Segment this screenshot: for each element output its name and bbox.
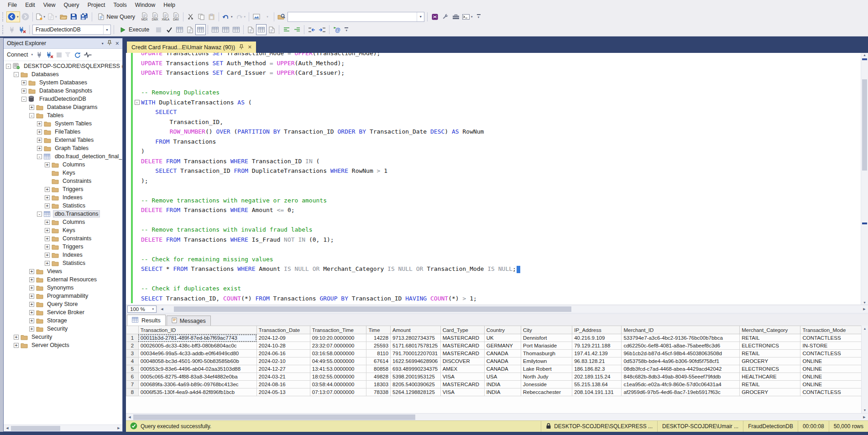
tree-item-query-store[interactable]: +Query Store xyxy=(4,300,122,308)
editor-hscrollbar[interactable]: ◀ ▶ xyxy=(158,306,868,313)
grid-cell[interactable]: Jonesside xyxy=(521,381,572,388)
row-header[interactable]: 3 xyxy=(126,350,139,357)
new-xmla-query-button[interactable]: XMLA xyxy=(160,11,171,22)
expand-icon[interactable]: + xyxy=(45,203,50,208)
grid-cell[interactable]: 2024-12-27 xyxy=(256,365,310,373)
grid-cell[interactable]: 03:16:58.0000000 xyxy=(310,350,366,357)
save-all-button[interactable] xyxy=(79,11,90,22)
live-stats-button[interactable] xyxy=(220,24,231,35)
grid-cell[interactable]: MASTERCARD xyxy=(440,342,484,350)
grid-cell[interactable]: GROCERY xyxy=(740,357,800,365)
row-header[interactable]: 1 xyxy=(126,334,139,342)
tree-item-indexes[interactable]: +Indexes xyxy=(4,193,122,202)
row-header[interactable]: 6 xyxy=(126,373,139,381)
new-dmx-query-button[interactable]: DMX xyxy=(150,11,160,22)
close-icon[interactable]: × xyxy=(115,41,119,46)
grid-cell[interactable]: 9713.2802734375 xyxy=(391,334,441,342)
tree-item-filetables[interactable]: +FileTables xyxy=(4,128,122,136)
grid-cell[interactable]: 5398.2001953125 xyxy=(391,373,441,381)
grid-cell[interactable]: 79.129.211.188 xyxy=(572,342,622,350)
tree-item-desktop-scojdre-sqlexpress-sq[interactable]: -DESKTOP-SCOJDRE\SQLEXPRESS (SQ xyxy=(4,62,122,70)
results-to-text-button[interactable] xyxy=(246,24,256,35)
estimated-plan-button[interactable] xyxy=(174,24,185,35)
collapse-region-icon[interactable]: - xyxy=(135,100,140,105)
expand-icon[interactable]: + xyxy=(45,253,50,258)
undo-button[interactable]: ▾ xyxy=(221,11,234,22)
grid-cell[interactable]: ONLINE xyxy=(800,373,868,381)
tree-item-constraints[interactable]: Constraints xyxy=(4,177,122,185)
grid-cell[interactable]: VISA xyxy=(440,388,484,396)
expand-icon[interactable]: + xyxy=(45,187,50,192)
client-stats-button[interactable] xyxy=(231,24,241,35)
expand-icon[interactable]: + xyxy=(29,310,34,315)
expand-icon[interactable]: + xyxy=(45,236,50,241)
expand-icon[interactable]: + xyxy=(45,195,50,200)
expand-icon[interactable]: + xyxy=(29,285,34,290)
tree-item-server-objects[interactable]: +Server Objects xyxy=(4,341,122,349)
column-header-city[interactable]: City xyxy=(521,326,572,334)
code-line[interactable]: ROW_NUMBER() OVER (PARTITION BY Transact… xyxy=(126,127,861,137)
expand-icon[interactable]: + xyxy=(21,88,26,93)
expand-icon[interactable]: + xyxy=(45,228,50,233)
grid-cell[interactable]: 202.189.115.24 xyxy=(572,373,622,381)
cut-button[interactable] xyxy=(185,11,196,22)
grid-cell[interactable]: 00048058-bc3d-4501-90f0-50b83585b60b xyxy=(138,357,256,365)
grid-cell[interactable]: INDIA xyxy=(484,388,521,396)
tree-item-tables[interactable]: -Tables xyxy=(4,111,122,119)
tree-item-statistics[interactable]: +Statistics xyxy=(4,202,122,210)
grid-cell[interactable]: 0005c065-8275-4f88-83a8-34ef4882e0ba xyxy=(138,373,256,381)
results-to-file-button[interactable] xyxy=(267,24,277,35)
code-line[interactable]: -- Removing Duplicates xyxy=(126,88,861,98)
command-window-button[interactable]: ▾ xyxy=(461,11,474,22)
grid-cell[interactable]: 5264.1298828125 xyxy=(391,388,441,396)
grid-cell[interactable]: 18303 xyxy=(366,381,391,388)
outline-lines2-button[interactable] xyxy=(292,24,302,35)
disconnect-icon[interactable] xyxy=(36,52,42,58)
tree-item-columns[interactable]: +Columns xyxy=(4,161,122,169)
column-header-amount[interactable]: Amount xyxy=(391,326,441,334)
back-button[interactable]: ▾ xyxy=(6,11,20,22)
expand-icon[interactable]: + xyxy=(37,129,42,135)
grid-cell[interactable]: 2024-10-28 xyxy=(256,342,310,350)
code-line[interactable]: ) xyxy=(126,146,861,156)
column-header-ip_address[interactable]: IP_Address xyxy=(572,326,622,334)
code-line[interactable]: -- Remove transactions with negative or … xyxy=(126,196,861,206)
copy-button[interactable] xyxy=(196,11,206,22)
connect-button[interactable]: Connect▾ xyxy=(7,52,33,58)
grid-cell[interactable]: ELECTRONICS xyxy=(740,365,800,373)
code-line[interactable]: -- Check if duplicates exist xyxy=(126,284,861,294)
grid-cell[interactable]: AMEX xyxy=(440,365,484,373)
tree-item-triggers[interactable]: +Triggers xyxy=(4,243,122,251)
menu-item-query[interactable]: Query xyxy=(60,1,84,9)
grid-cell[interactable]: 14228 xyxy=(366,334,391,342)
tree-item-databases[interactable]: -Databases xyxy=(4,70,122,78)
tree-item-programmability[interactable]: +Programmability xyxy=(4,292,122,300)
row-header[interactable]: 5 xyxy=(126,365,139,373)
tree-item-security[interactable]: +Security xyxy=(4,333,122,341)
grid-cell[interactable]: 186.186.82.3 xyxy=(572,365,622,373)
grid-cell[interactable]: Rebeccachester xyxy=(521,388,572,396)
menu-item-tools[interactable]: Tools xyxy=(110,1,131,9)
grid-cell[interactable]: VISA xyxy=(440,373,484,381)
grid-cell[interactable]: 49828 xyxy=(366,373,391,381)
grid-cell[interactable]: CONTACTLESS xyxy=(800,388,868,396)
image-tool-button[interactable] xyxy=(251,11,261,22)
menu-item-window[interactable]: Window xyxy=(131,1,159,9)
grid-cell[interactable]: cd62250c-6ef8-4081-a8ae-75abeef8c3d6 xyxy=(622,342,740,350)
grid-cell[interactable]: 2024-08-16 xyxy=(256,381,310,388)
grid-cell[interactable]: c1ea95dc-e02a-4fc9-860e-57d0c06431a4 xyxy=(622,381,740,388)
query-options-button[interactable] xyxy=(185,24,195,35)
collapse-icon[interactable]: - xyxy=(29,113,34,118)
grid-cell[interactable]: ONLINE xyxy=(800,365,868,373)
code-line[interactable]: SELECT Transaction_ID, COUNT(*) FROM Tra… xyxy=(126,294,861,304)
grid-cell[interactable]: CANADA xyxy=(484,357,521,365)
tree-item-dbo-transactions[interactable]: -dbo.Transactions xyxy=(4,210,122,218)
tree-item-indexes[interactable]: +Indexes xyxy=(4,251,122,259)
object-explorer-hscrollbar[interactable]: ◀ ▶ xyxy=(4,425,122,431)
grid-cell[interactable]: 2024-06-16 xyxy=(256,350,310,357)
tree-item-synonyms[interactable]: +Synonyms xyxy=(4,284,122,292)
grid-cell[interactable]: RETAIL xyxy=(740,334,800,342)
grid-cell[interactable]: Thomasburgh xyxy=(521,350,572,357)
column-header-transaction_date[interactable]: Transaction_Date xyxy=(256,326,310,334)
tree-item-dbo-fraud-detection-final-[interactable]: -dbo.fraud_detection_final_ xyxy=(4,152,122,161)
